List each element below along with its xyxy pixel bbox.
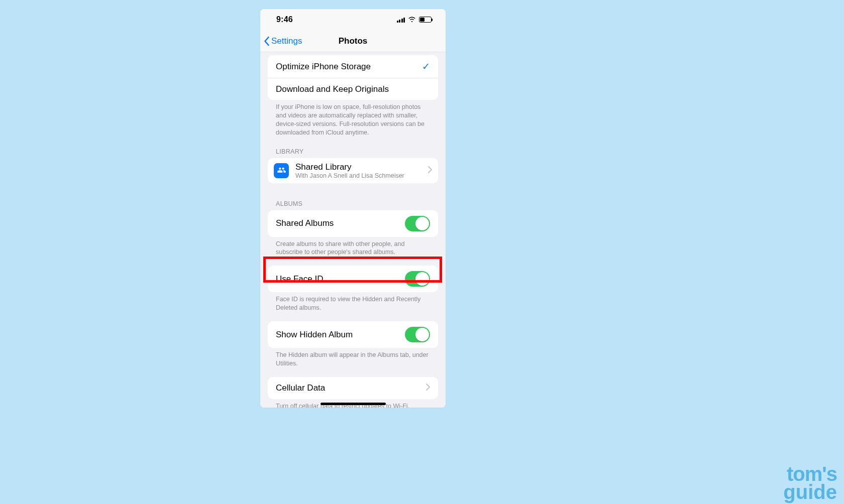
nav-bar: Settings Photos	[260, 30, 446, 52]
row-label: Shared Albums	[276, 218, 334, 228]
cellular-signal-icon	[397, 17, 405, 23]
checkmark-icon: ✓	[422, 61, 430, 72]
battery-icon	[419, 17, 432, 23]
row-cellular-data[interactable]: Cellular Data	[268, 377, 438, 399]
library-header: LIBRARY	[268, 137, 438, 158]
row-optimize-storage[interactable]: Optimize iPhone Storage ✓	[268, 55, 438, 78]
status-time: 9:46	[276, 15, 293, 24]
face-id-toggle[interactable]	[405, 271, 430, 287]
row-shared-albums[interactable]: Shared Albums	[268, 210, 438, 237]
row-label: Optimize iPhone Storage	[276, 62, 371, 72]
albums-header: ALBUMS	[268, 183, 438, 210]
watermark-line-1: tom's	[783, 465, 837, 483]
row-label: Cellular Data	[276, 383, 325, 393]
row-shared-library[interactable]: Shared Library With Jason A Snell and Li…	[268, 158, 438, 183]
row-label: Use Face ID	[276, 274, 323, 284]
shared-library-title: Shared Library	[295, 162, 404, 172]
home-indicator	[321, 403, 386, 405]
row-show-hidden-album[interactable]: Show Hidden Album	[268, 321, 438, 348]
hidden-album-footer: The Hidden album will appear in the Albu…	[268, 348, 438, 368]
settings-content: Optimize iPhone Storage ✓ Download and K…	[260, 55, 446, 408]
watermark-logo: tom's guide	[783, 465, 837, 501]
row-use-face-id[interactable]: Use Face ID	[268, 266, 438, 292]
row-label: Download and Keep Originals	[276, 84, 389, 94]
shared-albums-footer: Create albums to share with other people…	[268, 237, 438, 257]
watermark-line-2: guide	[783, 483, 837, 501]
face-id-footer: Face ID is required to view the Hidden a…	[268, 292, 438, 312]
row-label: Show Hidden Album	[276, 330, 353, 340]
status-indicators	[397, 17, 432, 23]
page-title: Photos	[260, 36, 446, 46]
wifi-icon	[408, 17, 416, 23]
row-download-originals[interactable]: Download and Keep Originals	[268, 78, 438, 100]
shared-library-subtitle: With Jason A Snell and Lisa Schmeiser	[295, 172, 404, 179]
shared-albums-toggle[interactable]	[405, 216, 430, 231]
iphone-frame: 9:46 Settings Photos Optimize iPhone Sto…	[260, 9, 446, 408]
shared-library-icon	[274, 163, 289, 178]
chevron-right-icon	[426, 383, 430, 393]
chevron-right-icon	[428, 166, 432, 176]
status-bar: 9:46	[260, 9, 446, 30]
hidden-album-toggle[interactable]	[405, 327, 430, 342]
storage-footer: If your iPhone is low on space, full-res…	[268, 100, 438, 137]
